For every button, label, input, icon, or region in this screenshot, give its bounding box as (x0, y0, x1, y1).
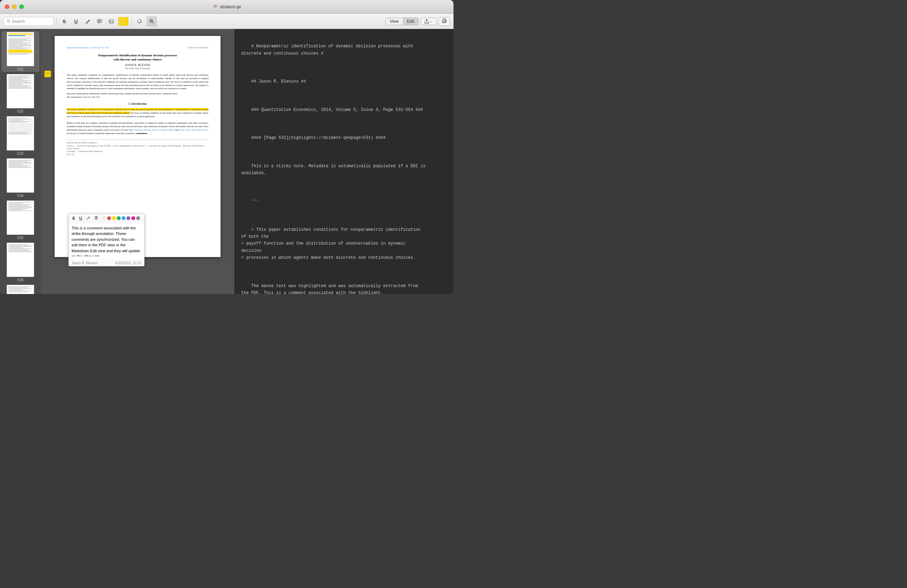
page-num-536: 536 (17, 278, 24, 282)
close-button[interactable] (5, 5, 9, 9)
comment-popup-body[interactable]: This is a comment associated with the st… (69, 223, 144, 260)
pdf-abstract: This paper establishes conditions for no… (67, 73, 208, 90)
svg-line-6 (9, 22, 10, 22)
thumbnail-534-img (6, 158, 34, 193)
color-pink[interactable] (131, 216, 135, 220)
dropdown-arrow-icon (125, 20, 128, 23)
comment-popup-footer: Jason R. Blevins 6/10/2015, 11:52 (69, 260, 144, 266)
color-gray[interactable] (136, 216, 140, 220)
color-blue[interactable] (122, 216, 125, 220)
markdown-h3: ### Quantitative Economics, 2014, Volume… (251, 107, 423, 112)
svg-rect-28 (95, 216, 97, 217)
page-num-534: 534 (17, 193, 24, 198)
popup-pen-btn[interactable] (85, 215, 91, 221)
page-num-535: 535 (17, 236, 24, 240)
journal-title: Quantitative Economics 5 (2014), 531–554 (67, 46, 109, 50)
comment-button[interactable] (95, 17, 104, 26)
traffic-lights (5, 5, 24, 9)
comment-date: 6/10/2015, 11:52 (115, 261, 141, 265)
page-num-531: 531 (17, 67, 24, 71)
strikethrough-button[interactable]: S (59, 17, 69, 26)
pen-icon (85, 19, 90, 24)
color-dots (102, 216, 140, 220)
markdown-comment-1: The above text was highlighted and was a… (241, 284, 418, 294)
comment-textarea[interactable]: This is a comment associated with the st… (72, 225, 141, 256)
popup-underline-btn[interactable]: U (78, 215, 83, 221)
thumbnail-533[interactable]: 533 (2, 115, 39, 156)
search-placeholder: Search (12, 19, 25, 24)
svg-point-13 (110, 21, 111, 21)
thumbnail-sidebar: 531 532 (0, 29, 41, 294)
pdf-header: Quantitative Economics 5 (2014), 531–554… (67, 46, 208, 50)
refresh-button[interactable] (135, 17, 144, 26)
sticky-note-icon[interactable] (44, 70, 52, 80)
edit-button[interactable]: Edit (403, 18, 418, 25)
share-button[interactable] (421, 18, 437, 25)
color-red[interactable] (107, 216, 111, 220)
svg-rect-3 (214, 7, 217, 7)
svg-line-15 (152, 22, 154, 24)
trash-icon (95, 216, 98, 220)
thumbnail-531-img (6, 32, 34, 66)
search-bar[interactable]: Search (3, 17, 54, 26)
underline-button[interactable]: U (71, 17, 81, 26)
search-icon (6, 19, 10, 23)
window-title-text: dcident-qe (220, 4, 241, 9)
pdf-issn: 1759-7331/20140531 (188, 46, 208, 50)
thumbnail-535-img (6, 200, 34, 235)
pdf-footnote: Jason R. Blevins: blevins.13@osu.e... I … (67, 139, 208, 156)
view-button[interactable]: View (386, 18, 403, 25)
pdf-affiliation: The Ohio State University (67, 67, 208, 70)
view-edit-toggle: View Edit (385, 18, 418, 25)
thumbnail-535[interactable]: 535 (2, 200, 39, 240)
print-button[interactable] (439, 17, 450, 26)
svg-point-21 (445, 21, 446, 21)
markdown-blockquote-1: > This paper establishes conditions for … (241, 227, 421, 260)
popup-pen-icon (87, 216, 90, 220)
thumbnail-537[interactable]: 537 (2, 284, 39, 294)
markdown-sticky-note: This is a sticky note. Metadata is autom… (241, 164, 426, 176)
pdf-view[interactable]: Quantitative Economics 5 (2014), 531–554… (41, 29, 234, 294)
svg-rect-2 (214, 6, 217, 6)
thumbnail-536[interactable]: 536 (2, 242, 39, 283)
thumbnail-531[interactable]: 531 (2, 31, 39, 72)
share-icon (425, 19, 429, 24)
popup-strikethrough-btn[interactable]: S (71, 215, 76, 221)
comment-icon (97, 19, 102, 24)
abstract-text: This paper establishes conditions for no… (67, 74, 208, 89)
image-button[interactable] (106, 17, 116, 26)
magnify-icon (149, 19, 154, 24)
magnify-button[interactable] (147, 17, 157, 26)
minimize-button[interactable] (12, 5, 17, 9)
popup-delete-btn[interactable] (93, 215, 99, 221)
note-icon (44, 70, 52, 78)
svg-point-5 (7, 20, 9, 22)
svg-rect-4 (214, 8, 216, 8)
color-picker-button[interactable] (118, 17, 128, 26)
color-green[interactable] (117, 216, 121, 220)
markdown-panel[interactable]: # Nonparametric identification of dynami… (234, 29, 454, 294)
thumbnail-533-img (6, 116, 34, 151)
markdown-sep-1: *** (251, 199, 259, 204)
titlebar: dcident-qe (0, 0, 454, 14)
svg-line-7 (86, 23, 86, 24)
pen-button[interactable] (83, 17, 93, 26)
separator-1 (56, 17, 57, 26)
thumbnail-532-img (6, 74, 34, 109)
thumbnail-534[interactable]: 534 (2, 158, 39, 198)
svg-rect-12 (109, 20, 114, 23)
color-yellow[interactable] (112, 216, 116, 220)
pdf-author: Jason R. Blevins (67, 64, 208, 67)
pdf-body: This paper establishes conditions for no… (67, 108, 208, 135)
color-white[interactable] (102, 216, 106, 220)
comment-popup-toolbar: S U (69, 214, 144, 223)
thumbnail-532[interactable]: 532 (2, 73, 39, 114)
maximize-button[interactable] (19, 5, 24, 9)
color-purple[interactable] (127, 216, 130, 220)
markdown-h2: ## Jason R. Blevins ## (251, 79, 306, 84)
app-icon (213, 4, 218, 10)
markdown-h4: #### [Page 531](highlights://dcident-qe#… (251, 136, 386, 140)
toolbar: Search S U (0, 14, 454, 29)
separator-2 (131, 17, 132, 26)
page-num-533: 533 (17, 151, 24, 155)
